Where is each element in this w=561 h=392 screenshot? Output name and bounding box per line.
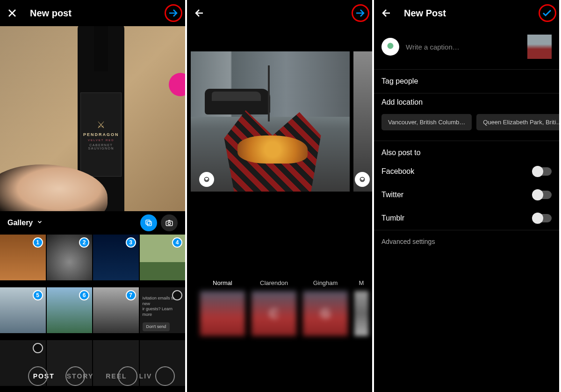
filter-clarendon[interactable]: Clarendon C (252, 279, 296, 336)
close-icon[interactable] (6, 7, 19, 20)
header: New Post (374, 0, 559, 26)
confirm-check-icon[interactable] (540, 7, 554, 20)
photo-grid: 1 2 3 4 5 6 7 ivitation emails to new ir… (0, 235, 185, 392)
share-twitter-row[interactable]: Twitter (374, 183, 559, 207)
share-tumblr-row[interactable]: Tumblr (374, 207, 559, 230)
thumb[interactable] (47, 340, 93, 386)
preview-image-next[interactable] (353, 51, 372, 192)
add-location-row[interactable]: Add location (374, 93, 559, 109)
chevron-down-icon[interactable] (36, 219, 43, 227)
filter-gingham[interactable]: Gingham G (303, 279, 348, 336)
svg-rect-2 (166, 221, 173, 226)
camera-button[interactable] (161, 214, 178, 231)
wine-label: ⚔ PENDRAGON VELVET RED CABERNET SAUVIGNO… (80, 93, 122, 177)
location-chip[interactable]: Queen Elizabeth Park, Briti… (476, 114, 559, 130)
filter-normal[interactable]: Normal (200, 279, 245, 336)
avatar (381, 38, 399, 56)
lux-adjust-icon[interactable] (199, 172, 214, 187)
next-arrow-icon[interactable] (166, 7, 180, 20)
svg-rect-1 (147, 221, 151, 226)
multi-select-button[interactable] (140, 214, 157, 231)
share-facebook-row[interactable]: Facebook (374, 160, 559, 183)
toggle[interactable] (533, 214, 552, 222)
svg-rect-0 (146, 220, 150, 224)
thumb[interactable] (0, 340, 46, 386)
toggle[interactable] (533, 167, 552, 176)
screen-filter: Normal Clarendon C Gingham G M (187, 0, 372, 392)
page-title: New Post (404, 8, 529, 19)
filter-more[interactable]: M (354, 279, 368, 336)
back-arrow-icon[interactable] (380, 7, 393, 20)
gallery-source-bar: Gallery (0, 211, 185, 235)
filter-strip: Normal Clarendon C Gingham G M (187, 279, 372, 336)
thumb[interactable]: 7 (93, 287, 139, 333)
thumb[interactable]: ivitation emails to new ir guests? Learn… (140, 287, 186, 333)
preview-image[interactable] (191, 51, 350, 192)
thumb[interactable] (93, 340, 139, 386)
thumb[interactable]: 6 (47, 287, 93, 333)
caption-input[interactable]: Write a caption… (406, 43, 521, 51)
back-arrow-icon[interactable] (193, 7, 206, 20)
also-post-to-label: Also post to (374, 141, 559, 160)
page-title: New post (30, 8, 155, 19)
tag-people-row[interactable]: Tag people (374, 69, 559, 93)
next-arrow-icon[interactable] (353, 7, 367, 20)
screen-select-photos: New post ⚔ PENDRAGON VELVET RED CABERNET… (0, 0, 185, 392)
toggle[interactable] (533, 191, 552, 199)
header: New post (0, 0, 185, 26)
thumb[interactable]: 5 (0, 287, 46, 333)
thumb[interactable] (140, 340, 186, 386)
thumb[interactable]: 2 (47, 235, 93, 280)
svg-point-3 (168, 222, 170, 225)
location-suggestions: Vancouver, British Columb… Queen Elizabe… (374, 109, 559, 141)
thumb[interactable]: 4 (140, 235, 186, 280)
thumb[interactable]: 3 (93, 235, 139, 280)
location-chip[interactable]: Vancouver, British Columb… (381, 114, 472, 130)
gallery-label[interactable]: Gallery (7, 219, 33, 227)
sticker (169, 73, 185, 96)
filter-preview[interactable] (187, 29, 372, 214)
advanced-settings-row[interactable]: Advanced settings (374, 230, 559, 253)
screen-share: New Post Write a caption… Tag people Add… (374, 0, 559, 392)
selected-photo-preview[interactable]: ⚔ PENDRAGON VELVET RED CABERNET SAUVIGNO… (0, 26, 185, 211)
lux-adjust-icon[interactable] (355, 172, 370, 187)
thumb[interactable]: 1 (0, 235, 46, 280)
post-thumbnail[interactable] (527, 35, 552, 59)
caption-row: Write a caption… (374, 26, 559, 69)
header (187, 0, 372, 26)
